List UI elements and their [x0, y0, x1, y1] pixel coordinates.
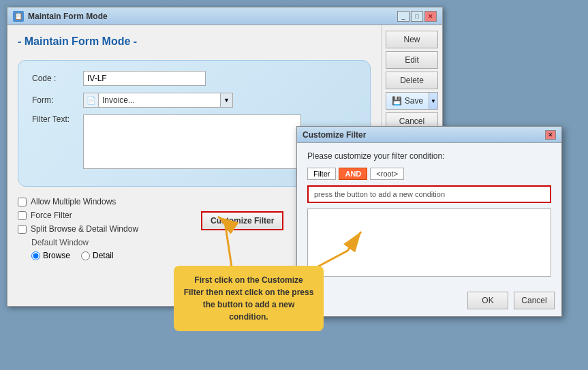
- new-condition-text: press the button to add a new condition: [314, 190, 445, 198]
- title-bar-left: 📋 Maintain Form Mode: [13, 11, 108, 22]
- filter-text-label: Filter Text:: [32, 114, 83, 124]
- annotation-text: First click on the Customize Filter then…: [184, 275, 314, 322]
- browse-radio-label: Browse: [43, 251, 70, 260]
- filter-tab[interactable]: Filter: [307, 168, 336, 180]
- force-filter-checkbox[interactable]: [18, 211, 27, 220]
- and-tab[interactable]: AND: [339, 168, 367, 180]
- maximize-button[interactable]: □: [411, 11, 423, 22]
- dialog-title: Customize Filter: [303, 130, 366, 140]
- allow-multiple-label: Allow Multiple Windows: [31, 197, 116, 206]
- dialog-footer: OK Cancel: [467, 292, 555, 309]
- title-bar-controls: _ □ ✕: [397, 11, 437, 22]
- edit-button[interactable]: Edit: [386, 51, 438, 69]
- dialog-close-button[interactable]: ✕: [545, 130, 556, 140]
- new-button[interactable]: New: [386, 31, 438, 48]
- save-btn-wrapper: 💾 Save ▼: [386, 92, 438, 110]
- window-icon: 📋: [13, 11, 24, 22]
- delete-button[interactable]: Delete: [386, 72, 438, 89]
- form-select-icon: 📄: [84, 93, 99, 107]
- filter-textarea[interactable]: [83, 114, 301, 169]
- save-label: Save: [405, 96, 423, 106]
- dialog-instruction: Please customize your filter condition:: [307, 151, 551, 161]
- dialog-title-bar: Customize Filter ✕: [297, 127, 561, 143]
- dialog-content: Please customize your filter condition: …: [297, 143, 561, 285]
- split-browse-checkbox[interactable]: [18, 225, 27, 234]
- save-icon: 💾: [392, 96, 402, 106]
- minimize-button[interactable]: _: [397, 11, 409, 22]
- form-dropdown-arrow[interactable]: ▼: [220, 93, 232, 107]
- filter-tabs-row: Filter AND <root>: [307, 168, 551, 180]
- form-select[interactable]: 📄 Invoice... ▼: [83, 93, 233, 108]
- allow-multiple-checkbox[interactable]: [18, 198, 27, 206]
- code-input[interactable]: [83, 71, 206, 86]
- filter-tree-area: [307, 209, 551, 277]
- browse-radio[interactable]: [31, 251, 40, 260]
- browse-radio-item: Browse: [31, 251, 70, 260]
- detail-radio-item: Detail: [81, 251, 114, 260]
- code-label: Code :: [32, 74, 83, 83]
- save-dropdown-arrow[interactable]: ▼: [429, 92, 438, 110]
- close-button[interactable]: ✕: [424, 11, 437, 22]
- save-button[interactable]: 💾 Save: [386, 92, 429, 110]
- main-title-bar: 📋 Maintain Form Mode _ □ ✕: [7, 7, 442, 25]
- window-title: Maintain Form Mode: [28, 12, 108, 21]
- force-filter-label: Force Filter: [31, 211, 72, 220]
- annotation-box: First click on the Customize Filter then…: [174, 266, 324, 331]
- detail-radio[interactable]: [81, 251, 90, 260]
- new-condition-area[interactable]: press the button to add a new condition: [307, 185, 551, 203]
- dialog-cancel-button[interactable]: Cancel: [514, 292, 555, 309]
- ok-button[interactable]: OK: [467, 292, 508, 309]
- root-tab[interactable]: <root>: [370, 168, 404, 180]
- split-browse-label: Split Browse & Detail Window: [31, 224, 138, 234]
- customize-filter-button[interactable]: Customize Filter: [201, 211, 283, 230]
- form-label: Form:: [32, 95, 83, 105]
- detail-radio-label: Detail: [93, 251, 114, 260]
- form-select-text: Invoice...: [99, 95, 220, 105]
- form-title: - Maintain Form Mode -: [18, 35, 371, 48]
- code-row: Code :: [32, 71, 356, 86]
- form-row: Form: 📄 Invoice... ▼: [32, 93, 356, 108]
- customize-filter-dialog: Customize Filter ✕ Please customize your…: [296, 126, 562, 317]
